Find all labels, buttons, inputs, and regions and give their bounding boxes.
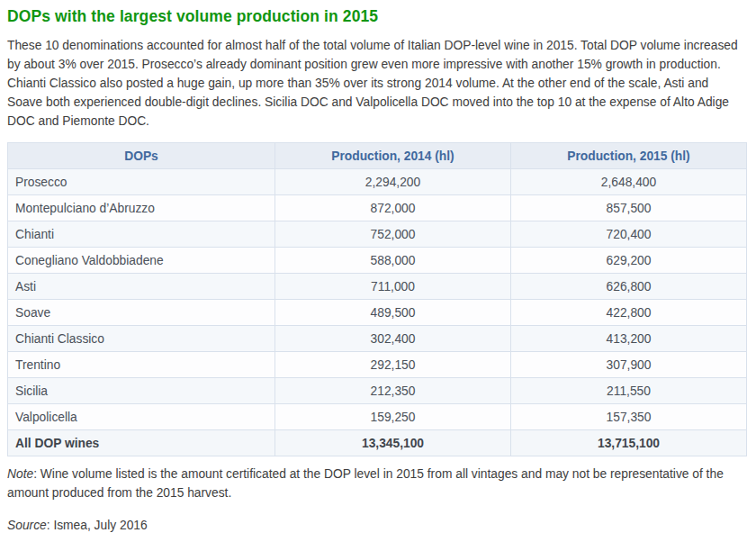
source: Source: Ismea, July 2016 [7, 516, 747, 535]
table-header-row: DOPs Production, 2014 (hl) Production, 2… [8, 143, 747, 169]
dop-name: Montepulciano d’Abruzzo [8, 195, 275, 221]
production-2015-value: 857,500 [511, 195, 747, 221]
table-row: Asti 711,000 626,800 [8, 274, 747, 300]
production-2015-value: 422,800 [511, 300, 747, 326]
table-total-row: All DOP wines 13,345,100 13,715,100 [8, 430, 747, 456]
dop-name: Soave [8, 300, 275, 326]
production-2015-value: 413,200 [511, 326, 747, 352]
column-header-2014: Production, 2014 (hl) [275, 143, 511, 169]
production-2014-value: 292,150 [275, 352, 511, 378]
production-2014-value: 872,000 [275, 195, 511, 221]
production-2015-value: 211,550 [511, 378, 747, 404]
table-row: Montepulciano d’Abruzzo 872,000 857,500 [8, 195, 747, 221]
production-table: DOPs Production, 2014 (hl) Production, 2… [7, 142, 747, 456]
dop-name: Chianti [8, 221, 275, 248]
note-text: : Wine volume listed is the amount certi… [7, 467, 724, 500]
table-row: Soave 489,500 422,800 [8, 300, 747, 326]
intro-paragraph: These 10 denominations accounted for alm… [7, 36, 747, 131]
column-header-2015: Production, 2015 (hl) [511, 143, 747, 169]
dop-name: Asti [8, 274, 275, 300]
total-2015-value: 13,715,100 [511, 430, 747, 456]
table-row: Conegliano Valdobbiadene 588,000 629,200 [8, 248, 747, 274]
source-label: Source [7, 519, 47, 532]
production-2014-value: 588,000 [275, 248, 511, 274]
production-2014-value: 212,350 [275, 378, 511, 404]
production-2014-value: 711,000 [275, 274, 511, 300]
table-row: Valpolicella 159,250 157,350 [8, 404, 747, 430]
dop-name: Prosecco [8, 169, 275, 195]
table-row: Trentino 292,150 307,900 [8, 352, 747, 378]
table-row: Sicilia 212,350 211,550 [8, 378, 747, 404]
production-2014-value: 752,000 [275, 221, 511, 248]
production-2015-value: 629,200 [511, 248, 747, 274]
production-2015-value: 157,350 [511, 404, 747, 430]
dop-name: Conegliano Valdobbiadene [8, 248, 275, 274]
table-row: Chianti Classico 302,400 413,200 [8, 326, 747, 352]
dop-name: Chianti Classico [8, 326, 275, 352]
production-2014-value: 2,294,200 [275, 169, 511, 195]
production-2014-value: 302,400 [275, 326, 511, 352]
note: Note: Wine volume listed is the amount c… [7, 465, 747, 502]
note-label: Note [7, 467, 33, 481]
total-label: All DOP wines [8, 430, 275, 456]
table-row: Prosecco 2,294,200 2,648,400 [8, 169, 747, 195]
page-title: DOPs with the largest volume production … [7, 7, 749, 26]
dop-name: Valpolicella [8, 404, 275, 430]
dop-name: Trentino [8, 352, 275, 378]
column-header-dops: DOPs [8, 143, 275, 169]
production-2015-value: 2,648,400 [511, 169, 747, 195]
article: DOPs with the largest volume production … [0, 0, 756, 542]
production-2015-value: 720,400 [511, 221, 747, 248]
dop-name: Sicilia [8, 378, 275, 404]
total-2014-value: 13,345,100 [275, 430, 511, 456]
production-2014-value: 489,500 [275, 300, 511, 326]
source-text: : Ismea, July 2016 [47, 519, 148, 532]
production-2014-value: 159,250 [275, 404, 511, 430]
production-2015-value: 307,900 [511, 352, 747, 378]
production-2015-value: 626,800 [511, 274, 747, 300]
table-row: Chianti 752,000 720,400 [8, 221, 747, 248]
